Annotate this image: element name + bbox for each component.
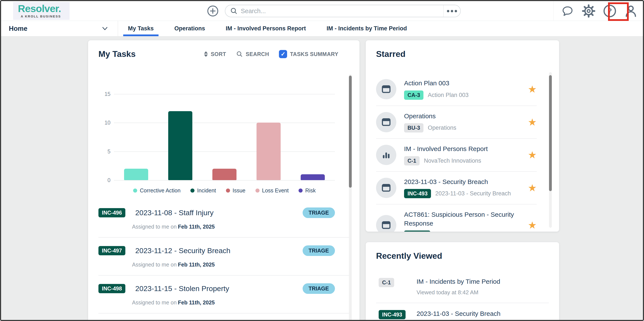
recent-item-meta: Viewed today at 8:42 AM xyxy=(416,289,500,296)
window-icon xyxy=(376,79,396,99)
legend-item-incident[interactable]: Incident xyxy=(190,188,216,194)
starred-item-ca-3[interactable]: Action Plan 003CA-3Action Plan 003★ xyxy=(376,73,537,106)
bar-issue[interactable] xyxy=(212,169,236,180)
gear-icon xyxy=(582,4,595,18)
starred-item-title: IM - Involved Persons Report xyxy=(404,144,525,154)
my-tasks-title: My Tasks xyxy=(98,49,136,59)
status-badge: TRIAGE xyxy=(302,246,335,256)
task-search-button[interactable]: SEARCH xyxy=(236,51,269,58)
task-row-inc-497[interactable]: INC-4972023-11-12 - Security BreachTRIAG… xyxy=(98,238,349,276)
y-axis-tick-10: 10 xyxy=(100,120,110,126)
chart-legend: Corrective ActionIncidentIssueLoss Event… xyxy=(114,188,335,194)
legend-label: Issue xyxy=(232,188,246,194)
my-tasks-scrollbar[interactable] xyxy=(349,74,352,321)
recent-item-c-1[interactable]: C-1IM - Incidents by Time PeriodViewed t… xyxy=(376,271,549,303)
legend-item-loss-event[interactable]: Loss Event xyxy=(256,188,289,194)
task-assigned-line: Assigned to me onFeb 11th, 2025 xyxy=(132,224,335,230)
tab-im-incidents-by-time-period[interactable]: IM - Incidents by Time Period xyxy=(326,21,407,36)
scrollbar-thumb[interactable] xyxy=(349,76,352,188)
home-dropdown[interactable]: Home xyxy=(1,21,118,36)
task-list: INC-4962023-11-08 - Staff InjuryTRIAGEAs… xyxy=(98,200,349,321)
top-bar-actions: ? xyxy=(554,1,639,21)
gridline-10 xyxy=(114,122,335,123)
y-axis-tick-0: 0 xyxy=(100,177,110,183)
bar-risk[interactable] xyxy=(301,174,325,180)
help-button[interactable]: ? xyxy=(602,3,618,19)
starred-item-badge: CA-3 xyxy=(404,90,424,100)
bar-chart-icon xyxy=(376,145,396,165)
star-icon[interactable]: ★ xyxy=(528,150,537,160)
starred-item-c-1[interactable]: IM - Involved Persons ReportC-1NovaTech … xyxy=(376,139,537,172)
legend-dot-icon xyxy=(298,188,302,192)
starred-item-badge: BU-3 xyxy=(404,123,424,132)
tasks-summary-chart: 051015 Corrective ActionIncidentIssueLos… xyxy=(100,85,335,194)
chevron-down-icon xyxy=(102,26,108,31)
legend-dot-icon xyxy=(226,188,230,192)
star-icon[interactable]: ★ xyxy=(528,84,537,94)
star-icon[interactable]: ★ xyxy=(528,183,537,193)
search-input[interactable] xyxy=(241,8,444,15)
tab-operations[interactable]: Operations xyxy=(174,21,206,36)
starred-item-title: Action Plan 003 xyxy=(404,79,525,88)
gridline-15 xyxy=(114,94,335,94)
user-profile-button[interactable] xyxy=(623,3,639,19)
search-label: SEARCH xyxy=(246,51,269,57)
starred-scrollbar[interactable] xyxy=(549,72,552,228)
bar-loss-event[interactable] xyxy=(256,122,281,180)
home-label: Home xyxy=(9,25,27,32)
star-icon[interactable]: ★ xyxy=(528,117,537,127)
recently-viewed-card: Recently Viewed C-1IM - Incidents by Tim… xyxy=(366,242,559,321)
star-icon[interactable]: ★ xyxy=(528,220,537,230)
messages-button[interactable] xyxy=(559,3,576,19)
starred-item-inc-493[interactable]: 2023-11-03 - Security BreachINC-4932023-… xyxy=(376,172,537,205)
resolver-logo[interactable]: Resolver. A KROLL BUSINESS xyxy=(13,2,70,20)
recently-viewed-title: Recently Viewed xyxy=(376,251,549,261)
plus-circle-icon xyxy=(207,5,219,17)
starred-item-title: 2023-11-03 - Security Breach xyxy=(404,178,525,186)
recent-item-title: 2023-11-03 - Security Breach xyxy=(416,310,500,317)
scrollbar-thumb[interactable] xyxy=(549,75,552,191)
status-badge: TRIAGE xyxy=(302,283,335,294)
window-icon xyxy=(376,178,396,198)
settings-button[interactable] xyxy=(580,3,597,19)
tab-my-tasks[interactable]: My Tasks xyxy=(128,21,154,36)
bar-corrective-action[interactable] xyxy=(124,169,148,180)
starred-item-subtitle: 2023-11-03 - Security Breach xyxy=(435,190,511,197)
svg-text:?: ? xyxy=(608,7,612,15)
search-options-button[interactable] xyxy=(444,5,460,17)
starred-list: Action Plan 003CA-3Action Plan 003★Opera… xyxy=(376,73,537,232)
task-row-inc-496[interactable]: INC-4962023-11-08 - Staff InjuryTRIAGEAs… xyxy=(98,200,349,238)
recently-viewed-list: C-1IM - Incidents by Time PeriodViewed t… xyxy=(376,271,549,321)
legend-label: Loss Event xyxy=(262,188,289,194)
create-new-button[interactable] xyxy=(207,5,219,17)
my-tasks-card: My Tasks SORT SEARCH xyxy=(88,40,360,321)
legend-label: Risk xyxy=(305,188,316,194)
legend-dot-icon xyxy=(133,188,137,192)
tab-bar: My TasksOperationsIM - Involved Persons … xyxy=(128,21,427,36)
app-window: Resolver. A KROLL BUSINESS xyxy=(0,0,644,321)
search-icon xyxy=(230,7,238,15)
sort-button[interactable]: SORT xyxy=(204,51,226,57)
legend-item-corrective-action[interactable]: Corrective Action xyxy=(133,188,180,194)
recent-item-title: IM - Incidents by Time Period xyxy=(416,278,500,285)
task-title: 2023-11-15 - Stolen Property xyxy=(135,284,229,293)
recent-item-inc-493[interactable]: INC-4932023-11-03 - Security BreachViewe… xyxy=(376,303,549,321)
task-row-inc-498[interactable]: INC-4982023-11-15 - Stolen PropertyTRIAG… xyxy=(98,276,349,314)
task-title: 2023-11-08 - Staff Injury xyxy=(135,208,214,217)
task-assigned-line: Assigned to me onFeb 11th, 2025 xyxy=(132,300,335,306)
starred-item-badge: Act-901 xyxy=(404,230,430,232)
user-icon xyxy=(624,4,638,18)
starred-title: Starred xyxy=(376,49,549,59)
gridline-0 xyxy=(114,180,335,180)
starred-item-bu-3[interactable]: OperationsBU-3Operations★ xyxy=(376,106,537,139)
tab-im-involved-persons-report[interactable]: IM - Involved Persons Report xyxy=(225,21,306,36)
tasks-summary-toggle[interactable]: TASKS SUMMARY xyxy=(279,50,338,58)
task-row-inc-499[interactable]: INC-4992023-11-17 - Security BreachTRIAG… xyxy=(98,314,349,321)
recent-item-badge: C-1 xyxy=(379,278,394,287)
starred-item-subtitle: NovaTech Innovations xyxy=(424,158,481,164)
bar-incident[interactable] xyxy=(168,111,192,180)
sort-label: SORT xyxy=(211,51,226,57)
legend-item-risk[interactable]: Risk xyxy=(298,188,316,194)
starred-item-act-901[interactable]: ACT861: Suspicious Person - Security Res… xyxy=(376,204,537,232)
legend-item-issue[interactable]: Issue xyxy=(226,188,246,194)
